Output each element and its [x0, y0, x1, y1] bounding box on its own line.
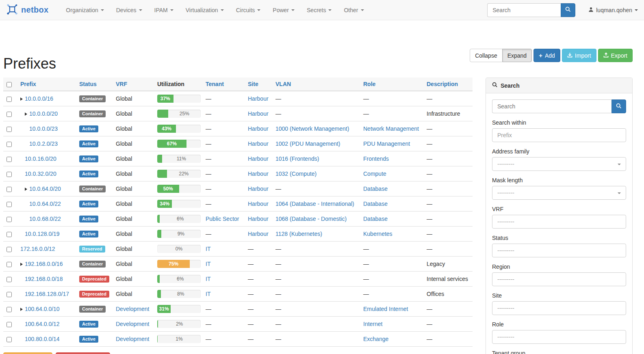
filter-search-input[interactable] — [492, 99, 611, 113]
prefix-link[interactable]: 10.0.16.0/20 — [25, 155, 56, 162]
global-search-button[interactable] — [561, 3, 575, 17]
prefix-link[interactable]: 10.0.68.0/22 — [29, 216, 61, 222]
site-link[interactable]: Harbour — [248, 231, 269, 237]
column-header-status[interactable]: Status — [76, 78, 113, 91]
row-checkbox[interactable] — [7, 307, 12, 312]
row-checkbox[interactable] — [7, 172, 12, 177]
vlan-link[interactable]: 1016 (Frontends) — [275, 155, 319, 162]
site-link[interactable]: Harbour — [248, 125, 269, 132]
nav-item-other[interactable]: Other — [338, 0, 370, 20]
column-header-tenant[interactable]: Tenant — [202, 78, 245, 91]
vlan-link[interactable]: 1064 (Database - International) — [275, 201, 354, 207]
site-link[interactable]: Harbour — [248, 171, 269, 177]
role-link[interactable]: Network Management — [363, 125, 419, 132]
vlan-link[interactable]: 1068 (Database - Domestic) — [275, 216, 347, 222]
prefix-link[interactable]: 100.64.0.0/12 — [25, 321, 60, 327]
row-checkbox[interactable] — [7, 292, 12, 297]
site-link[interactable]: Harbour — [248, 155, 269, 162]
collapse-button[interactable]: Collapse — [470, 49, 502, 62]
prefix-link[interactable]: 172.16.0.0/12 — [20, 246, 55, 252]
row-checkbox[interactable] — [7, 157, 12, 162]
prefix-link[interactable]: 10.0.2.0/23 — [29, 140, 58, 147]
role-link[interactable]: Database — [363, 216, 388, 222]
role-link[interactable]: Database — [363, 201, 388, 207]
row-checkbox[interactable] — [7, 202, 12, 207]
role-link[interactable]: Database — [363, 186, 388, 192]
tenant-link[interactable]: IT — [206, 246, 210, 252]
prefix-link[interactable]: 192.168.0.0/18 — [25, 276, 63, 282]
expand-children-icon[interactable] — [20, 97, 23, 101]
user-menu[interactable]: luqman.qohen — [588, 7, 638, 13]
row-checkbox[interactable] — [7, 232, 12, 237]
filter-select-role[interactable]: --------- — [492, 330, 626, 344]
role-link[interactable]: Emulated Internet — [363, 306, 408, 312]
column-header-vlan[interactable]: VLAN — [272, 78, 360, 91]
expand-children-icon[interactable] — [25, 188, 27, 191]
site-link[interactable]: Harbour — [248, 95, 269, 102]
role-link[interactable]: Internet — [363, 321, 382, 327]
row-checkbox[interactable] — [7, 247, 12, 252]
nav-item-circuits[interactable]: Circuits — [230, 0, 267, 20]
prefix-link[interactable]: 10.0.0.0/16 — [25, 95, 53, 102]
row-checkbox[interactable] — [7, 217, 12, 222]
prefix-link[interactable]: 10.0.128.0/19 — [25, 231, 60, 237]
nav-item-ipam[interactable]: IPAM — [148, 0, 180, 20]
prefix-link[interactable]: 10.0.64.0/22 — [29, 201, 61, 207]
column-header-description[interactable]: Description — [423, 78, 473, 91]
tenant-link[interactable]: IT — [206, 261, 210, 267]
nav-item-organization[interactable]: Organization — [60, 0, 110, 20]
site-link[interactable]: Harbour — [248, 110, 269, 117]
role-link[interactable]: Exchange — [363, 336, 388, 342]
role-link[interactable]: Compute — [363, 171, 386, 177]
export-button[interactable]: Export — [598, 49, 633, 62]
filter-select-site[interactable]: --------- — [492, 301, 626, 315]
select-all-checkbox[interactable] — [7, 82, 12, 87]
prefix-link[interactable]: 10.0.32.0/20 — [25, 171, 56, 177]
vrf-link[interactable]: Development — [116, 306, 150, 312]
vlan-link[interactable]: 1128 (Kubernetes) — [275, 231, 322, 237]
prefix-link[interactable]: 10.0.64.0/20 — [29, 186, 61, 192]
prefix-link[interactable]: 100.64.0.0/10 — [25, 306, 60, 312]
role-link[interactable]: Kubernetes — [363, 231, 392, 237]
site-link[interactable]: Harbour — [248, 186, 269, 192]
column-header-site[interactable]: Site — [245, 78, 272, 91]
prefix-link[interactable]: 192.168.128.0/17 — [25, 291, 69, 297]
row-checkbox[interactable] — [7, 97, 12, 102]
row-checkbox[interactable] — [7, 127, 12, 132]
filter-select-address-family[interactable]: --------- — [492, 157, 626, 171]
netbox-brand[interactable]: netbox — [6, 3, 48, 17]
filter-select-status[interactable]: --------- — [492, 244, 626, 257]
filter-select-region[interactable]: --------- — [492, 272, 626, 286]
vrf-link[interactable]: Development — [116, 321, 150, 327]
filter-select-vrf[interactable]: --------- — [492, 215, 626, 229]
expand-children-icon[interactable] — [25, 112, 27, 116]
site-link[interactable]: Harbour — [248, 140, 269, 147]
prefix-link[interactable]: 100.80.0.0/14 — [25, 336, 60, 342]
tenant-link[interactable]: IT — [206, 291, 210, 297]
nav-item-secrets[interactable]: Secrets — [301, 0, 338, 20]
tenant-link[interactable]: IT — [206, 276, 210, 282]
row-checkbox[interactable] — [7, 337, 12, 342]
row-checkbox[interactable] — [7, 112, 12, 117]
column-header-prefix[interactable]: Prefix — [17, 78, 76, 91]
row-checkbox[interactable] — [7, 142, 12, 147]
row-checkbox[interactable] — [7, 262, 12, 267]
column-header-vrf[interactable]: VRF — [113, 78, 154, 91]
site-link[interactable]: Harbour — [248, 201, 269, 207]
vlan-link[interactable]: 1002 (PDU Management) — [275, 140, 340, 147]
row-checkbox[interactable] — [7, 187, 12, 192]
expand-button[interactable]: Expand — [502, 49, 532, 62]
role-link[interactable]: PDU Management — [363, 140, 410, 147]
role-link[interactable]: Frontends — [363, 155, 389, 162]
global-search-input[interactable] — [487, 3, 561, 17]
filter-search-button[interactable] — [611, 99, 626, 113]
vrf-link[interactable]: Development — [116, 336, 150, 342]
vlan-link[interactable]: 1032 (Compute) — [275, 171, 317, 177]
nav-item-virtualization[interactable]: Virtualization — [180, 0, 230, 20]
import-button[interactable]: Import — [562, 49, 596, 62]
column-header-role[interactable]: Role — [360, 78, 423, 91]
vlan-link[interactable]: 1000 (Network Management) — [275, 125, 349, 132]
nav-item-power[interactable]: Power — [267, 0, 301, 20]
row-checkbox[interactable] — [7, 322, 12, 327]
nav-item-devices[interactable]: Devices — [110, 0, 148, 20]
